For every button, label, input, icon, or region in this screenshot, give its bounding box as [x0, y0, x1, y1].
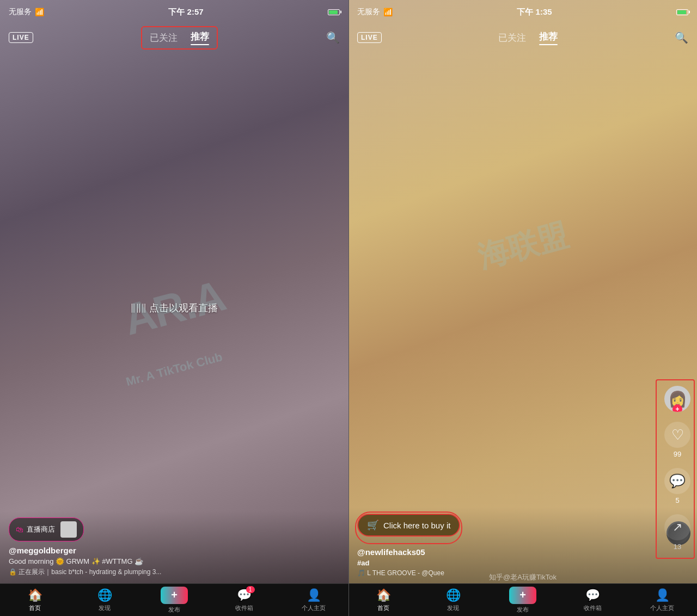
left-nav-profile[interactable]: 👤 个人主页	[298, 588, 329, 612]
left-status-bar: 无服务 📶 下午 2:57	[0, 0, 348, 24]
left-caption: Good morning 🌞 GRWM ✨ #WTTMG ☕	[9, 557, 340, 565]
right-inbox-icon: 💬	[585, 588, 600, 602]
right-search-icon[interactable]: 🔍	[675, 31, 688, 44]
right-bottom-nav: 🏠 首页 🌐 发现 + 发布 💬 收件箱 👤 个人主页	[348, 583, 697, 616]
left-live-prompt[interactable]: ‖‖‖ 点击以观看直播	[130, 301, 218, 315]
left-status-left: 无服务 📶	[9, 7, 44, 17]
right-comment-count: 5	[675, 496, 679, 504]
right-live-badge: LIVE	[357, 32, 382, 43]
left-product-thumbnail	[60, 521, 77, 538]
left-nav-publish[interactable]: + 发布	[159, 587, 189, 614]
left-nav-discover[interactable]: 🌐 发现	[89, 588, 120, 612]
right-nav-profile[interactable]: 👤 个人主页	[647, 588, 677, 612]
panel-divider	[348, 0, 349, 616]
left-tab-following[interactable]: 已关注	[144, 29, 183, 46]
right-nav-tabs[interactable]: 已关注 推荐	[493, 28, 563, 47]
right-publish-label: 发布	[517, 606, 529, 614]
right-buy-icon: 🛒	[367, 519, 379, 531]
right-buy-button[interactable]: 🛒 Click here to buy it	[357, 514, 460, 537]
left-discover-icon: 🌐	[97, 588, 112, 602]
right-follow-badge[interactable]: +	[672, 404, 682, 412]
left-publish-icon: +	[171, 589, 178, 601]
right-discover-label: 发现	[447, 604, 459, 612]
left-tab-recommend[interactable]: 推荐	[185, 28, 215, 47]
left-username[interactable]: @meggoldberger	[9, 546, 340, 555]
left-profile-icon: 👤	[307, 588, 321, 602]
right-nav-home[interactable]: 🏠 首页	[368, 588, 399, 612]
left-nav-home[interactable]: 🏠 首页	[20, 588, 50, 612]
left-nav-bar: LIVE 已关注 推荐 🔍	[0, 24, 348, 51]
right-like-count: 99	[674, 450, 681, 458]
left-live-badge: LIVE	[9, 32, 33, 43]
right-username[interactable]: @newlifehacks05	[357, 547, 688, 557]
right-carrier: 无服务	[357, 7, 380, 17]
left-bottom-nav: 🏠 首页 🌐 发现 + 发布 💬 1 收件箱 👤 个人主页	[0, 583, 348, 616]
right-tab-following[interactable]: 已关注	[493, 29, 531, 46]
left-shop-label: 直播商店	[27, 525, 55, 534]
right-buy-label: Click here to buy it	[383, 521, 450, 530]
left-search-icon[interactable]: 🔍	[326, 31, 340, 44]
right-avatar-circle[interactable]: 👩 +	[664, 386, 690, 412]
left-phone-panel: 无服务 📶 下午 2:57 LIVE 已关注 推荐 🔍 ‖‖‖ 点击以观看直播 …	[0, 0, 348, 616]
right-heart-icon: ♡	[671, 427, 684, 443]
left-time: 下午 2:57	[168, 7, 203, 17]
right-tab-recommend[interactable]: 推荐	[534, 28, 563, 47]
right-like-icon-circle[interactable]: ♡	[664, 422, 690, 448]
right-battery-fill	[677, 10, 686, 14]
left-inbox-badge: 1	[246, 586, 255, 593]
right-status-bar: 无服务 📶 下午 1:35	[348, 0, 697, 24]
left-inbox-wrap: 💬 1	[237, 588, 252, 602]
right-comment-icon-circle[interactable]: 💬	[664, 468, 690, 494]
left-home-icon: 🏠	[28, 588, 42, 602]
left-status-right	[328, 9, 340, 15]
left-discover-label: 发现	[99, 604, 111, 612]
left-publish-label: 发布	[168, 606, 180, 614]
right-inbox-label: 收件箱	[584, 604, 602, 612]
right-status-left: 无服务 📶	[357, 7, 393, 17]
left-publish-button[interactable]: +	[161, 587, 188, 604]
right-hashtag: #ad	[357, 559, 688, 567]
right-publish-button[interactable]: +	[509, 587, 536, 604]
left-product-line[interactable]: 🔒 正在展示｜basic b*tch - hydrating & plumpin…	[9, 568, 340, 577]
right-nav-bar: LIVE 已关注 推荐 🔍	[348, 24, 697, 51]
left-battery-icon	[328, 9, 340, 15]
left-home-label: 首页	[29, 604, 41, 612]
left-bottom-overlay: 🛍 直播商店 @meggoldberger Good morning 🌞 GRW…	[0, 511, 348, 583]
right-nav-publish[interactable]: + 发布	[508, 587, 538, 614]
right-nav-discover[interactable]: 🌐 发现	[438, 588, 468, 612]
right-status-right	[676, 9, 688, 15]
right-wifi-icon: 📶	[383, 8, 393, 16]
left-nav-tabs[interactable]: 已关注 推荐	[141, 26, 218, 50]
right-home-icon: 🏠	[376, 588, 391, 602]
right-phone-panel: 无服务 📶 下午 1:35 LIVE 已关注 推荐 🔍 海联盟 👩 +	[348, 0, 697, 616]
left-inbox-label: 收件箱	[235, 604, 253, 612]
right-music-line: 🎵 L THE GROOVE - @Quee	[357, 569, 688, 577]
left-shop-button[interactable]: 🛍 直播商店	[9, 518, 84, 541]
right-profile-icon: 👤	[655, 588, 670, 602]
right-action-avatar[interactable]: 👩 +	[664, 386, 690, 412]
right-publish-icon: +	[519, 589, 526, 601]
left-wifi-icon: 📶	[35, 8, 44, 16]
left-profile-label: 个人主页	[302, 604, 326, 612]
right-nav-inbox[interactable]: 💬 收件箱	[577, 588, 608, 612]
right-bottom-overlay: 🛒 Click here to buy it @newlifehacks05 #…	[348, 507, 697, 583]
right-battery-icon	[676, 9, 688, 15]
left-carrier: 无服务	[9, 7, 32, 17]
right-time: 下午 1:35	[517, 7, 552, 17]
left-shop-icon: 🛍	[16, 525, 23, 534]
right-action-like[interactable]: ♡ 99	[664, 422, 690, 458]
left-battery-fill	[329, 10, 338, 14]
left-nav-inbox[interactable]: 💬 1 收件箱	[229, 588, 259, 612]
right-comment-icon: 💬	[669, 473, 686, 489]
right-home-label: 首页	[377, 604, 389, 612]
right-profile-label: 个人主页	[650, 604, 674, 612]
right-action-comment[interactable]: 💬 5	[664, 468, 690, 504]
right-discover-icon: 🌐	[446, 588, 461, 602]
